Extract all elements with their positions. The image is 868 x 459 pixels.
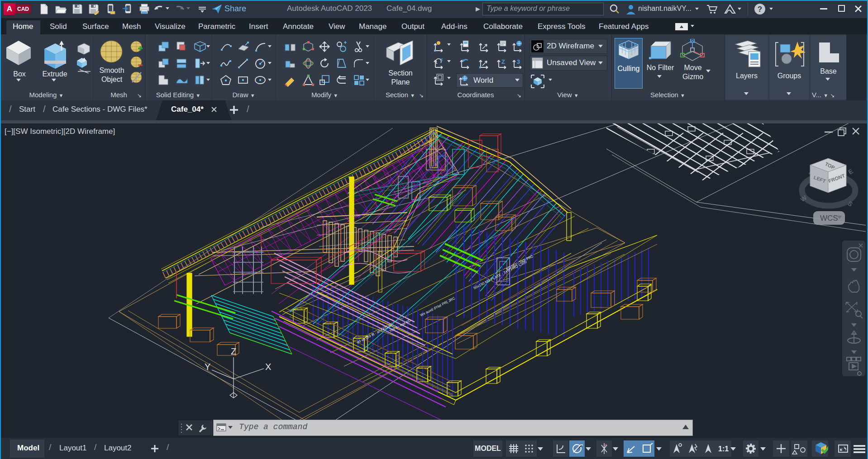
svg-text:E: E	[847, 167, 854, 176]
svg-text:Z: Z	[231, 346, 236, 356]
svg-text:3: 3	[517, 58, 520, 65]
svg-text:WCS: WCS	[820, 214, 838, 222]
svg-text:X: X	[265, 362, 271, 372]
svg-text:x: x	[440, 57, 443, 62]
svg-text:Z: Z	[501, 58, 505, 65]
svg-text:?: ?	[758, 5, 762, 14]
svg-text:Y: Y	[205, 362, 210, 372]
svg-text:1:1: 1:1	[718, 445, 729, 453]
